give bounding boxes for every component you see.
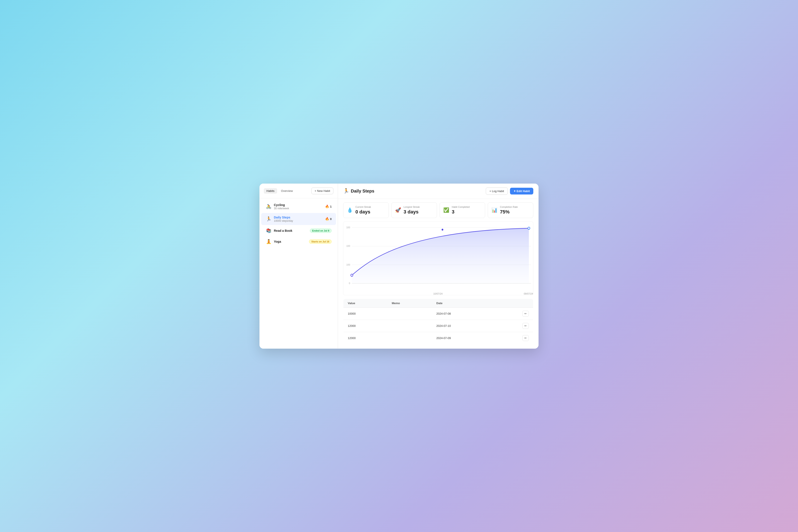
sidebar-header: Habits Overview + New Habit <box>260 184 338 198</box>
daily-steps-icon: 🏃 <box>266 216 272 222</box>
completion-rate-value: 75% <box>500 209 518 215</box>
stats-row: 💧 Current Streak 0 days 🚀 Longest Streak… <box>338 199 538 222</box>
line-chart: 100 100 100 0 <box>343 222 533 291</box>
app-container: Habits Overview + New Habit 🚴 Cycling 30… <box>260 184 538 349</box>
read-book-name: Read a Book <box>274 229 292 232</box>
habit-completed-label: Habit Completed <box>452 206 470 208</box>
chart-x-labels: 10/07/24 09/07/24 <box>343 291 533 295</box>
habit-item-daily-steps[interactable]: 🏃 Daily Steps 10000 steps/day 🔥 0 <box>261 213 336 225</box>
svg-text:100: 100 <box>346 226 350 229</box>
chart-area: 100 100 100 0 <box>338 222 538 299</box>
habit-list: 🚴 Cycling 30 mile/week 🔥 1 🏃 <box>260 198 338 349</box>
rocket-icon: 🚀 <box>395 207 401 213</box>
longest-streak-label: Longest Streak <box>403 206 420 208</box>
header-actions: + Log Habit ✦ Edit Habit <box>486 188 533 195</box>
longest-streak-value: 3 days <box>403 209 420 215</box>
row-1-memo <box>387 307 432 320</box>
col-actions <box>493 299 533 307</box>
row-2-date: 2024-07-10 <box>432 320 493 332</box>
flame-icon-2: 🔥 <box>325 217 329 221</box>
stat-habit-completed: ✅ Habit Completed 3 <box>440 202 485 218</box>
main-header: 🏃 Daily Steps + Log Habit ✦ Edit Habit <box>338 184 538 199</box>
svg-text:100: 100 <box>346 263 350 266</box>
starts-badge: Starts on Jul 16 <box>309 240 331 244</box>
new-habit-button[interactable]: + New Habit <box>311 188 334 194</box>
current-streak-label: Current Streak <box>355 206 371 208</box>
cycling-name: Cycling <box>274 203 289 207</box>
edit-habit-button[interactable]: ✦ Edit Habit <box>510 188 533 194</box>
svg-text:0: 0 <box>349 282 350 285</box>
yoga-icon: 🧘 <box>266 239 272 244</box>
row-1-date: 2024-07-08 <box>432 307 493 320</box>
daily-steps-sub: 10000 steps/day <box>274 219 293 222</box>
ended-badge: Ended on Jul 8 <box>310 228 331 233</box>
habit-completed-value: 3 <box>452 209 470 215</box>
read-book-icon: 📚 <box>266 228 272 233</box>
chart-wrapper: 100 100 100 0 <box>343 222 533 295</box>
svg-point-10 <box>441 229 443 231</box>
check-circle-icon: ✅ <box>443 207 449 213</box>
col-value: Value <box>343 299 387 307</box>
habit-item-yoga[interactable]: 🧘 Yoga Starts on Jul 16 <box>261 236 336 247</box>
svg-point-8 <box>351 274 353 277</box>
stat-current-streak: 💧 Current Streak 0 days <box>343 202 389 218</box>
table-section: Value Memo Date 10000 2024-07-08 ✏ <box>338 299 538 349</box>
row-2-edit-button[interactable]: ✏ <box>522 323 529 329</box>
sidebar: Habits Overview + New Habit 🚴 Cycling 30… <box>260 184 338 349</box>
row-1-edit-button[interactable]: ✏ <box>522 311 529 317</box>
streak-drop-icon: 💧 <box>347 207 353 213</box>
table-row: 12000 2024-07-10 ✏ <box>343 320 533 332</box>
completion-rate-label: Completion Rate <box>500 206 518 208</box>
bar-chart-icon: 📊 <box>491 207 497 213</box>
row-3-memo <box>387 332 432 344</box>
row-3-edit-button[interactable]: ✏ <box>522 335 529 341</box>
stat-longest-streak: 🚀 Longest Streak 3 days <box>392 202 437 218</box>
log-habit-button[interactable]: + Log Habit <box>486 188 508 195</box>
tab-overview[interactable]: Overview <box>279 188 296 194</box>
sidebar-tabs: Habits Overview <box>264 188 296 194</box>
col-date: Date <box>432 299 493 307</box>
svg-point-9 <box>528 227 530 229</box>
col-memo: Memo <box>387 299 432 307</box>
row-1-value: 10000 <box>343 307 387 320</box>
row-3-date: 2024-07-09 <box>432 332 493 344</box>
daily-steps-name: Daily Steps <box>274 216 293 219</box>
yoga-name: Yoga <box>274 240 281 243</box>
cycling-icon: 🚴 <box>266 204 272 209</box>
row-2-memo <box>387 320 432 332</box>
x-label-mid: 10/07/24 <box>433 292 443 295</box>
x-label-end: 09/07/24 <box>524 292 533 295</box>
habit-item-read-book[interactable]: 📚 Read a Book Ended on Jul 8 <box>261 225 336 236</box>
daily-steps-streak: 🔥 0 <box>325 217 331 221</box>
svg-text:100: 100 <box>346 244 350 247</box>
cycling-sub: 30 mile/week <box>274 207 289 210</box>
log-table: Value Memo Date 10000 2024-07-08 ✏ <box>343 299 533 344</box>
habit-item-cycling[interactable]: 🚴 Cycling 30 mile/week 🔥 1 <box>261 201 336 213</box>
page-title: 🏃 Daily Steps <box>343 188 374 194</box>
cycling-streak: 🔥 1 <box>325 205 331 208</box>
stat-completion-rate: 📊 Completion Rate 75% <box>488 202 533 218</box>
flame-icon: 🔥 <box>325 205 329 208</box>
table-row: 10000 2024-07-08 ✏ <box>343 307 533 320</box>
row-2-value: 12000 <box>343 320 387 332</box>
table-row: 12000 2024-07-09 ✏ <box>343 332 533 344</box>
current-streak-value: 0 days <box>355 209 371 215</box>
row-3-value: 12000 <box>343 332 387 344</box>
page-title-icon: 🏃 <box>343 188 349 194</box>
tab-habits[interactable]: Habits <box>264 188 277 194</box>
main-content: 🏃 Daily Steps + Log Habit ✦ Edit Habit 💧… <box>338 184 538 349</box>
